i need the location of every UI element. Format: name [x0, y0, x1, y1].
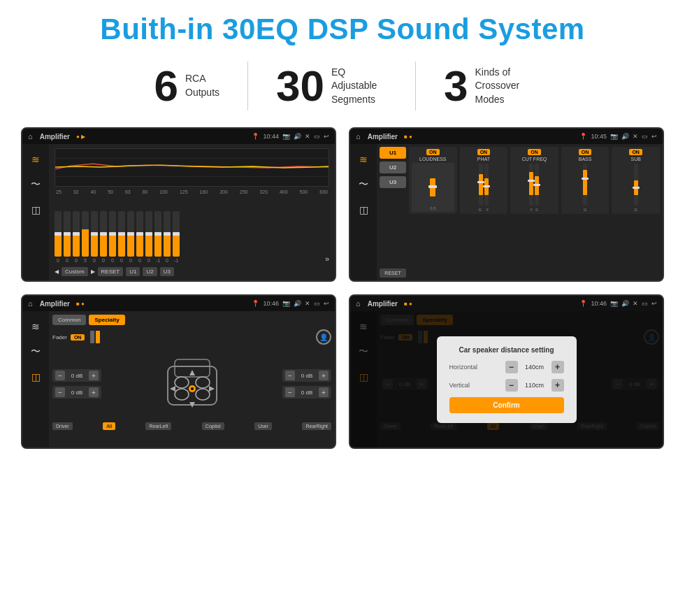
cross-icon-speaker[interactable]: ◫: [355, 203, 372, 217]
btn-driver[interactable]: Driver: [52, 422, 73, 430]
cross-channels: ON LOUDNESS 0.5: [409, 147, 660, 278]
db-minus-bl[interactable]: −: [55, 387, 65, 397]
fader-label: Fader: [52, 334, 67, 341]
eq-home-icon[interactable]: ⌂: [28, 132, 33, 141]
cross-u1-btn[interactable]: U1: [380, 147, 406, 159]
eq-back-icon[interactable]: ↩: [324, 133, 329, 140]
freq-100: 100: [159, 189, 168, 194]
eq-status-dots: ● ▶: [76, 134, 85, 140]
btn-user[interactable]: User: [254, 422, 272, 430]
speaker-home-icon[interactable]: ⌂: [28, 299, 33, 308]
eq-slider-5: 0: [100, 211, 107, 263]
tab-specialty[interactable]: Specialty: [89, 315, 124, 325]
cross-side-icons: ≋ 〜 ◫: [350, 144, 377, 280]
dialog-horizontal-plus[interactable]: +: [551, 361, 564, 373]
spk-icon-eq[interactable]: ≋: [27, 320, 44, 334]
eq-slider-1: 0: [64, 211, 71, 263]
cross-phat-label: PHAT: [477, 157, 490, 162]
eq-icon-speaker[interactable]: ◫: [27, 203, 44, 217]
fader-slider-2[interactable]: [96, 331, 100, 343]
eq-reset-btn[interactable]: RESET: [98, 267, 124, 276]
btn-rearleft[interactable]: RearLeft: [145, 422, 171, 430]
eq-u1-btn[interactable]: U1: [126, 267, 140, 276]
fader-slider-1[interactable]: [90, 331, 94, 343]
tab-common[interactable]: Common: [52, 315, 86, 325]
svg-point-5: [175, 377, 189, 388]
cross-status-bar: ⌂ Amplifier ■ ● 📍 10:45 📷 🔊 ✕ ▭ ↩: [350, 129, 663, 144]
db-value-tr: 0 dB: [297, 373, 317, 379]
fader-on-badge[interactable]: ON: [71, 334, 85, 341]
db-plus-tr[interactable]: +: [319, 371, 329, 380]
confirm-button[interactable]: Confirm: [449, 397, 564, 413]
eq-freq-labels: 25 32 40 50 63 80 100 125 160 200 250 32…: [55, 189, 329, 194]
cross-screen-title: Amplifier: [368, 133, 398, 141]
dialog-vertical-control: − 110cm +: [505, 379, 564, 392]
cross-bass-label: BASS: [579, 157, 592, 162]
dialog-vertical-minus[interactable]: −: [505, 379, 518, 392]
svg-point-7: [175, 389, 189, 400]
cross-icon-wave[interactable]: 〜: [355, 178, 372, 192]
page-container: Buith-in 30EQ DSP Sound System 6 RCAOutp…: [0, 0, 685, 616]
dialog-vertical-label: Vertical: [449, 382, 470, 389]
eq-icon-eq[interactable]: ≋: [27, 152, 44, 166]
eq-side-icons: ≋ 〜 ◫: [22, 144, 49, 280]
speaker-camera-icon: 📷: [282, 300, 290, 307]
cross-icon-eq[interactable]: ≋: [355, 152, 372, 166]
eq-slider-6: 0: [109, 211, 116, 263]
speaker-back-icon[interactable]: ↩: [324, 300, 329, 307]
db-minus-br[interactable]: −: [285, 387, 295, 397]
spk-icon-speaker[interactable]: ◫: [27, 370, 44, 384]
cross-home-icon[interactable]: ⌂: [356, 132, 361, 141]
cross-loudness-label: LOUDNESS: [419, 157, 447, 162]
dialog-horizontal-minus[interactable]: −: [505, 361, 518, 373]
cross-top-row: ON LOUDNESS 0.5: [409, 147, 660, 214]
db-plus-br[interactable]: +: [319, 387, 329, 397]
spk-icon-wave[interactable]: 〜: [27, 345, 44, 359]
db-minus-tr[interactable]: −: [285, 371, 295, 380]
cross-status-right: 📍 10:45 📷 🔊 ✕ ▭ ↩: [579, 133, 657, 140]
freq-63: 63: [125, 189, 131, 194]
cross-sub: ON SUB G: [612, 147, 660, 214]
db-control-bl: − 0 dB +: [52, 386, 101, 399]
btn-all[interactable]: All: [103, 422, 115, 430]
db-plus-bl[interactable]: +: [89, 387, 99, 397]
eq-icon-wave[interactable]: 〜: [27, 178, 44, 192]
cross-back-icon[interactable]: ↩: [651, 133, 657, 140]
btn-rearright[interactable]: RearRight: [302, 422, 331, 430]
cross-loudness-slider[interactable]: 0.5: [412, 163, 454, 212]
eq-u3-btn[interactable]: U3: [160, 267, 174, 276]
btn-copilot[interactable]: Copilot: [202, 422, 224, 430]
cross-u2-btn[interactable]: U2: [380, 162, 406, 173]
speaker-screen: ⌂ Amplifier ■ ● 📍 10:46 📷 🔊 ✕ ▭ ↩ ≋ 〜 ◫: [21, 294, 336, 449]
dialog-volume-icon: 🔊: [621, 300, 629, 307]
speaker-x-icon: ✕: [305, 300, 310, 307]
dialog-back-icon[interactable]: ↩: [651, 300, 657, 307]
stat-rca: 6 RCAOutputs: [127, 64, 248, 108]
cross-reset-btn[interactable]: RESET: [380, 268, 406, 278]
cross-status-dots: ■ ●: [404, 134, 412, 140]
eq-sliders-row: 0 0 0 5 0 0 0 0 0 0 0 -1 0 -1 »: [55, 197, 329, 263]
eq-prev-icon[interactable]: ◀: [55, 268, 59, 275]
eq-u2-btn[interactable]: U2: [143, 267, 157, 276]
cross-phat-on: ON: [477, 149, 491, 155]
db-minus-tl[interactable]: −: [55, 371, 65, 380]
cross-battery-icon: ▭: [642, 133, 648, 140]
eq-play-icon[interactable]: ▶: [91, 268, 95, 275]
eq-custom-btn[interactable]: Custom: [62, 267, 88, 276]
dialog-time: 10:46: [591, 300, 607, 307]
speaker-status-bar: ⌂ Amplifier ■ ● 📍 10:46 📷 🔊 ✕ ▭ ↩: [22, 296, 335, 311]
eq-more-icon[interactable]: »: [325, 255, 329, 263]
dialog-vertical-plus[interactable]: +: [551, 379, 564, 392]
freq-250: 250: [240, 189, 248, 194]
stat-eq-number: 30: [276, 64, 324, 108]
eq-battery-icon: ▭: [314, 133, 320, 140]
dialog-location-icon: 📍: [579, 300, 587, 307]
dialog-screen-title: Amplifier: [368, 300, 398, 308]
db-plus-tl[interactable]: +: [89, 371, 99, 380]
dialog-home-icon[interactable]: ⌂: [356, 299, 361, 308]
cross-u3-btn[interactable]: U3: [380, 176, 406, 188]
eq-slider-3: 5: [82, 211, 89, 263]
dialog-overlay: Car speaker distance setting Horizontal …: [350, 311, 663, 447]
stat-cross-number: 3: [444, 64, 468, 108]
freq-500: 500: [300, 189, 308, 194]
